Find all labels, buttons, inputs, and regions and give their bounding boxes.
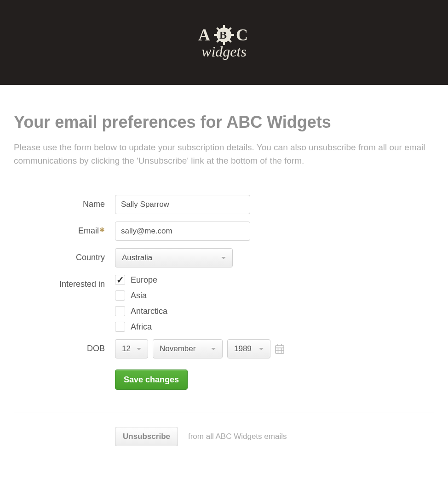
chevron-down-icon [211, 348, 216, 350]
required-icon: ✱ [99, 226, 105, 233]
interests-group: Europe Asia Antarctica Africa [115, 275, 167, 332]
gear-icon: B [214, 25, 234, 45]
interest-label: Africa [131, 322, 152, 332]
email-label: Email✱ [14, 222, 115, 236]
save-button[interactable]: Save changes [115, 370, 188, 390]
country-select[interactable]: Australia [115, 248, 233, 267]
checkbox-icon [115, 290, 125, 301]
chevron-down-icon [259, 348, 264, 350]
svg-rect-3 [214, 34, 218, 36]
interest-option-antarctica[interactable]: Antarctica [115, 306, 167, 316]
checkbox-icon [115, 306, 125, 316]
unsubscribe-button[interactable]: Unsubscribe [115, 427, 178, 446]
form-row-interests: Interested in Europe Asia Antarctica Afr… [14, 275, 434, 332]
chevron-down-icon [137, 348, 141, 350]
form-row-country: Country Australia [14, 248, 434, 267]
unsubscribe-row: Unsubscribe from all ABC Widgets emails [115, 427, 434, 446]
checkbox-icon [115, 322, 125, 332]
interest-label: Asia [131, 291, 147, 301]
interest-label: Europe [131, 275, 157, 285]
email-label-text: Email [78, 226, 99, 235]
interest-option-africa[interactable]: Africa [115, 322, 167, 332]
brand-letter-b: B [219, 29, 229, 41]
brand-letter-c: C [236, 25, 250, 45]
interests-label: Interested in [14, 275, 115, 289]
brand-logo-line1: A B C [198, 25, 250, 45]
brand-letter-a: A [198, 25, 212, 45]
svg-rect-4 [230, 34, 234, 36]
page-header: A B C [0, 0, 448, 85]
email-field[interactable] [115, 222, 250, 241]
dob-day-value: 12 [122, 344, 131, 353]
interest-option-europe[interactable]: Europe [115, 275, 167, 285]
svg-rect-1 [223, 25, 225, 28]
divider [14, 413, 434, 413]
unsubscribe-text: from all ABC Widgets emails [188, 432, 287, 441]
dob-year-select[interactable]: 1989 [227, 339, 270, 358]
form-row-save: Save changes [14, 366, 434, 390]
dob-label: DOB [14, 339, 115, 353]
brand-logo-line2: widgets [198, 43, 250, 60]
chevron-down-icon [221, 257, 226, 259]
interest-option-asia[interactable]: Asia [115, 290, 167, 301]
checkbox-icon [115, 275, 125, 285]
form-row-name: Name [14, 195, 434, 214]
name-label: Name [14, 195, 115, 209]
form-row-dob: DOB 12 November 1989 [14, 339, 434, 358]
dob-month-select[interactable]: November [153, 339, 223, 358]
svg-rect-9 [276, 346, 284, 353]
form-row-email: Email✱ [14, 222, 434, 241]
calendar-icon[interactable] [275, 344, 284, 354]
dob-year-value: 1989 [234, 344, 252, 353]
page-title: Your email preferences for ABC Widgets [14, 113, 434, 132]
dob-day-select[interactable]: 12 [115, 339, 148, 358]
page-intro: Please use the form below to update your… [14, 141, 434, 167]
country-select-value: Australia [122, 253, 152, 262]
name-field[interactable] [115, 195, 250, 214]
dob-month-value: November [160, 344, 195, 353]
interest-label: Antarctica [131, 307, 167, 316]
country-label: Country [14, 248, 115, 262]
page-content: Your email preferences for ABC Widgets P… [0, 85, 448, 465]
dob-group: 12 November 1989 [115, 339, 284, 358]
svg-rect-2 [223, 41, 225, 45]
brand-logo: A B C [198, 25, 250, 60]
